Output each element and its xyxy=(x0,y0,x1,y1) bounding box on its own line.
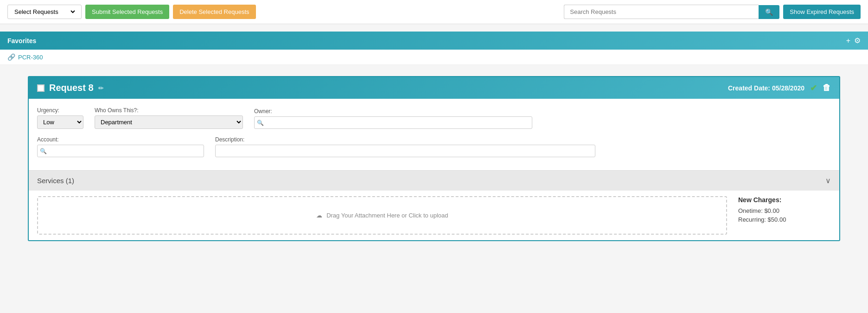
charges-title: New Charges: xyxy=(738,196,831,204)
main-content: Request 8 ✏ Created Date: 05/28/2020 ✔ 🗑… xyxy=(0,65,868,249)
upload-text: Drag Your Attachment Here or Click to up… xyxy=(326,212,448,219)
upload-section: ☁ Drag Your Attachment Here or Click to … xyxy=(29,191,839,240)
description-input[interactable] xyxy=(215,145,595,157)
onetime-value: $0.00 xyxy=(764,207,779,214)
favorites-add-button[interactable]: + xyxy=(846,36,850,45)
owner-group: Owner: 🔍 xyxy=(254,108,532,129)
request-header-left: Request 8 ✏ xyxy=(37,83,104,93)
charges-section: New Charges: Onetime: $0.00 Recurring: $… xyxy=(738,196,831,225)
description-group: Description: xyxy=(215,136,595,157)
delete-selected-button[interactable]: Delete Selected Requests xyxy=(173,5,255,19)
select-requests-select[interactable]: Select Requests xyxy=(13,8,77,16)
favorites-bar: Favorites + ⚙ xyxy=(0,32,868,50)
favorites-actions: + ⚙ xyxy=(846,36,861,45)
owner-input[interactable] xyxy=(254,116,532,129)
onetime-charge: Onetime: $0.00 xyxy=(738,207,831,214)
request-header: Request 8 ✏ Created Date: 05/28/2020 ✔ 🗑 xyxy=(29,77,839,99)
chevron-down-icon: ∨ xyxy=(825,176,831,185)
account-label: Account: xyxy=(37,136,204,143)
account-input[interactable] xyxy=(37,145,204,157)
toolbar: Select Requests Submit Selected Requests… xyxy=(0,0,868,24)
favorites-settings-button[interactable]: ⚙ xyxy=(854,36,861,45)
submit-selected-button[interactable]: Submit Selected Requests xyxy=(85,5,169,19)
account-input-wrapper: 🔍 xyxy=(37,145,204,157)
check-icon[interactable]: ✔ xyxy=(810,83,817,93)
account-search-icon: 🔍 xyxy=(40,148,47,154)
favorites-link-pcr360[interactable]: PCR-360 xyxy=(18,54,43,61)
edit-icon[interactable]: ✏ xyxy=(98,84,104,92)
request-card: Request 8 ✏ Created Date: 05/28/2020 ✔ 🗑… xyxy=(28,76,840,241)
request-title: Request 8 xyxy=(49,83,94,93)
select-requests-dropdown[interactable]: Select Requests xyxy=(7,5,82,19)
recurring-value: $50.00 xyxy=(768,216,786,223)
description-label: Description: xyxy=(215,136,595,143)
urgency-select[interactable]: Low Medium High xyxy=(37,115,83,129)
owner-input-wrapper: 🔍 xyxy=(254,116,532,129)
form-row-2: Account: 🔍 Description: xyxy=(37,136,831,157)
who-owns-label: Who Owns This?: xyxy=(95,107,243,114)
search-button[interactable]: 🔍 xyxy=(759,5,779,19)
favorites-title: Favorites xyxy=(7,37,36,45)
form-section: Urgency: Low Medium High Who Owns This?:… xyxy=(29,99,839,170)
favorites-item: 🔗 PCR-360 xyxy=(0,50,868,65)
urgency-label: Urgency: xyxy=(37,107,83,114)
request-header-right: Created Date: 05/28/2020 ✔ 🗑 xyxy=(728,83,831,93)
search-input[interactable] xyxy=(564,5,759,19)
recurring-label: Recurring: xyxy=(738,216,766,223)
trash-icon[interactable]: 🗑 xyxy=(823,83,831,93)
created-date-label: Created Date: 05/28/2020 xyxy=(728,84,804,92)
upload-area[interactable]: ☁ Drag Your Attachment Here or Click to … xyxy=(37,196,727,235)
owner-label: Owner: xyxy=(254,108,532,115)
link-icon: 🔗 xyxy=(7,53,15,61)
owner-search-icon: 🔍 xyxy=(257,120,264,126)
services-title: Services (1) xyxy=(37,177,74,185)
account-group: Account: 🔍 xyxy=(37,136,204,157)
form-row-1: Urgency: Low Medium High Who Owns This?:… xyxy=(37,107,831,129)
who-owns-select[interactable]: Department Employee Other xyxy=(95,115,243,129)
request-checkbox[interactable] xyxy=(37,84,45,92)
onetime-label: Onetime: xyxy=(738,207,763,214)
urgency-group: Urgency: Low Medium High xyxy=(37,107,83,129)
services-header[interactable]: Services (1) ∨ xyxy=(29,170,839,191)
search-area: 🔍 Show Expired Requests xyxy=(564,5,861,19)
search-icon: 🔍 xyxy=(765,8,773,16)
who-owns-group: Who Owns This?: Department Employee Othe… xyxy=(95,107,243,129)
recurring-charge: Recurring: $50.00 xyxy=(738,216,831,223)
show-expired-button[interactable]: Show Expired Requests xyxy=(783,5,861,19)
upload-cloud-icon: ☁ xyxy=(316,212,322,219)
